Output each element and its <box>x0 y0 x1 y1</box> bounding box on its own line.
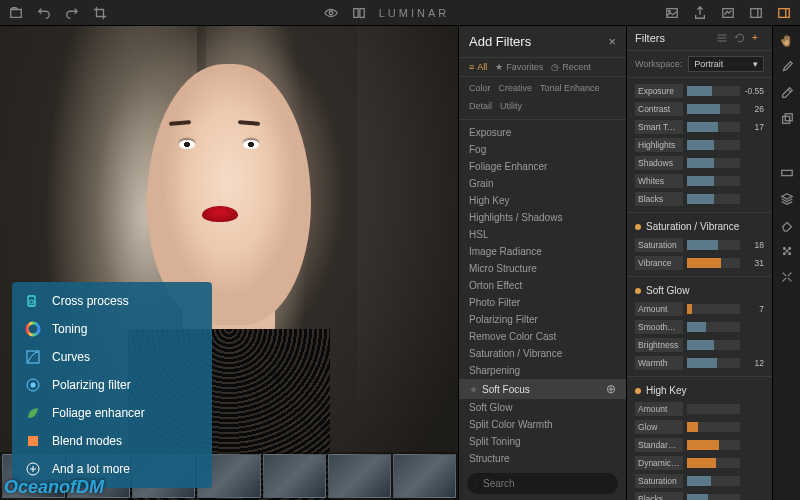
filter-item[interactable]: Fog <box>459 141 626 158</box>
panel-toggle-icon[interactable] <box>748 5 764 21</box>
filter-item[interactable]: Polarizing Filter <box>459 311 626 328</box>
slider-label: Whites <box>635 174 683 188</box>
hand-tool-icon[interactable] <box>778 32 796 50</box>
saturation-group: Saturation / Vibrance Saturation18Vibran… <box>627 213 772 277</box>
filter-item[interactable]: HSL <box>459 226 626 243</box>
filter-item[interactable]: Exposure <box>459 124 626 141</box>
refresh-icon[interactable] <box>734 32 746 44</box>
slider-label: Amount <box>635 302 683 316</box>
denoise-tool-icon[interactable] <box>778 242 796 260</box>
slider-track[interactable] <box>687 304 740 314</box>
filter-item[interactable]: Foliage Enhancer <box>459 158 626 175</box>
compare-icon[interactable] <box>351 5 367 21</box>
slider-track[interactable] <box>687 322 740 332</box>
slider-track[interactable] <box>687 176 740 186</box>
rainbow-icon <box>24 320 42 338</box>
search-input[interactable] <box>483 478 610 489</box>
layers-tool-icon[interactable] <box>778 190 796 208</box>
filter-item[interactable]: Split Toning <box>459 433 626 450</box>
slider-row: Dynamic High Key <box>627 454 772 472</box>
preset-thumb[interactable] <box>393 454 456 498</box>
slider-track[interactable] <box>687 194 740 204</box>
cat-color[interactable]: Color <box>469 83 491 93</box>
workspace-select[interactable]: Portrait▾ <box>688 56 764 72</box>
slider-label: Amount <box>635 402 683 416</box>
gradient-tool-icon[interactable] <box>778 164 796 182</box>
tab-all[interactable]: ≡ All <box>469 62 487 72</box>
close-icon[interactable]: × <box>608 34 616 49</box>
app-title: LUMINAR <box>379 7 450 19</box>
svg-point-22 <box>786 250 788 252</box>
svg-point-21 <box>788 248 790 250</box>
chevron-down-icon: ▾ <box>753 59 758 69</box>
slider-label: Standard High Key <box>635 438 683 452</box>
filter-item[interactable]: Highlights / Shadows <box>459 209 626 226</box>
slider-row: Smart Tone17 <box>627 118 772 136</box>
cat-tonal[interactable]: Tonal Enhance <box>540 83 600 93</box>
slider-track[interactable] <box>687 340 740 350</box>
slider-track[interactable] <box>687 240 740 250</box>
filter-item[interactable]: High Key <box>459 192 626 209</box>
tab-recent[interactable]: ◷ Recent <box>551 62 591 72</box>
add-filter-icon[interactable]: ⊕ <box>606 382 616 396</box>
slider-track[interactable] <box>687 458 740 468</box>
sidebar-icon[interactable] <box>776 5 792 21</box>
tab-favorites[interactable]: ★ Favorites <box>495 62 543 72</box>
slider-track[interactable] <box>687 358 740 368</box>
promo-item: Foliage enhancer <box>24 404 200 422</box>
slider-track[interactable] <box>687 140 740 150</box>
cat-detail[interactable]: Detail <box>469 101 492 111</box>
preset-thumb[interactable] <box>263 454 326 498</box>
slider-track[interactable] <box>687 476 740 486</box>
cat-creative[interactable]: Creative <box>499 83 533 93</box>
slider-track[interactable] <box>687 104 740 114</box>
filter-item[interactable]: Micro Structure <box>459 260 626 277</box>
image-icon[interactable] <box>664 5 680 21</box>
preset-thumb[interactable] <box>328 454 391 498</box>
open-icon[interactable] <box>8 5 24 21</box>
redo-icon[interactable] <box>64 5 80 21</box>
eyedropper-tool-icon[interactable] <box>778 84 796 102</box>
export-icon[interactable] <box>692 5 708 21</box>
brush-tool-icon[interactable] <box>778 58 796 76</box>
slider-track[interactable] <box>687 440 740 450</box>
slider-track[interactable] <box>687 122 740 132</box>
sliders-icon[interactable] <box>716 32 728 44</box>
filter-item[interactable]: Structure <box>459 450 626 467</box>
slider-value: 18 <box>744 240 764 250</box>
slider-track[interactable] <box>687 422 740 432</box>
eye-icon[interactable] <box>323 5 339 21</box>
search-field[interactable] <box>467 473 618 494</box>
filter-item[interactable]: Orton Effect <box>459 277 626 294</box>
clone-tool-icon[interactable] <box>778 110 796 128</box>
add-icon[interactable]: + <box>752 32 764 44</box>
filter-item[interactable]: Image Radiance <box>459 243 626 260</box>
filter-item[interactable]: Sharpening <box>459 362 626 379</box>
filter-item[interactable]: Photo Filter <box>459 294 626 311</box>
filter-item[interactable]: Grain <box>459 175 626 192</box>
histogram-icon[interactable] <box>720 5 736 21</box>
crop-icon[interactable] <box>92 5 108 21</box>
slider-row: Vibrance31 <box>627 254 772 272</box>
promo-item: And a lot more <box>24 460 200 478</box>
filters-panel: Filters + Workspace: Portrait▾ Exposure-… <box>626 26 772 500</box>
filter-item[interactable]: Saturation / Vibrance <box>459 345 626 362</box>
slider-track[interactable] <box>687 258 740 268</box>
slider-label: Glow <box>635 420 683 434</box>
filter-item[interactable]: Soft Glow <box>459 399 626 416</box>
image-canvas[interactable]: Cross process Toning Curves Polarizing f… <box>0 26 458 500</box>
slider-row: Saturation18 <box>627 236 772 254</box>
slider-track[interactable] <box>687 86 740 96</box>
filter-item[interactable]: Split Color Warmth <box>459 416 626 433</box>
undo-icon[interactable] <box>36 5 52 21</box>
slider-row: Whites <box>627 172 772 190</box>
eraser-tool-icon[interactable] <box>778 216 796 234</box>
cat-utility[interactable]: Utility <box>500 101 522 111</box>
slider-track[interactable] <box>687 158 740 168</box>
transform-tool-icon[interactable] <box>778 268 796 286</box>
filter-item[interactable]: Remove Color Cast <box>459 328 626 345</box>
slider-label: Highlights <box>635 138 683 152</box>
slider-track[interactable] <box>687 494 740 500</box>
filter-item[interactable]: ★Soft Focus⊕ <box>459 379 626 399</box>
slider-track[interactable] <box>687 404 740 414</box>
